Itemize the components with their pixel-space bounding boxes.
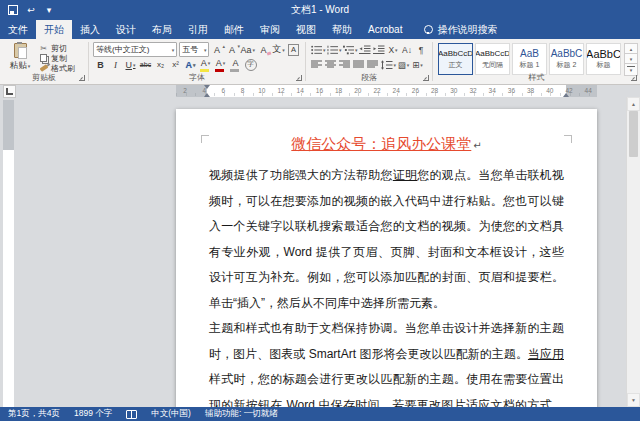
- cut-button[interactable]: ✂剪切: [37, 43, 77, 53]
- underline-button[interactable]: U: [124, 58, 138, 72]
- style-item-标题 2[interactable]: AaBbC标题 2: [549, 43, 584, 75]
- scroll-up-button[interactable]: ▲: [627, 97, 640, 111]
- show-formatting-marks-button[interactable]: ¶: [415, 43, 428, 57]
- style-item-正文[interactable]: AaBbCcD正文: [438, 43, 473, 75]
- strikethrough-button[interactable]: abc: [139, 58, 153, 72]
- underlined-text: 证明: [393, 168, 418, 182]
- first-line-indent-marker[interactable]: [204, 85, 210, 89]
- paste-button[interactable]: 粘贴: [5, 43, 35, 74]
- tab-文件[interactable]: 文件: [0, 20, 36, 39]
- ruler-number: 40: [544, 87, 556, 94]
- align-center-button[interactable]: [325, 58, 338, 72]
- character-shading-button[interactable]: A: [229, 56, 243, 73]
- enclose-characters-button[interactable]: 字: [244, 58, 258, 72]
- accessibility-status[interactable]: 辅助功能: 一切就绪: [205, 408, 278, 420]
- clipboard-dialog-launcher[interactable]: [79, 75, 85, 81]
- justify-icon: [353, 60, 365, 69]
- tab-邮件[interactable]: 邮件: [216, 20, 252, 39]
- text-highlight-button[interactable]: A: [199, 56, 213, 73]
- numbering-icon: [327, 45, 338, 55]
- document-page[interactable]: 微信公众号：追风办公课堂↵ 视频提供了功能强大的方法帮助您证明您的观点。当您单击…: [176, 109, 597, 407]
- font-name-combo[interactable]: 等线(中文正文): [93, 42, 177, 57]
- tab-设计[interactable]: 设计: [108, 20, 144, 39]
- tab-插入[interactable]: 插入: [72, 20, 108, 39]
- subscript-button[interactable]: x₂: [154, 58, 168, 72]
- line-spacing-button[interactable]: [381, 58, 397, 72]
- language-indicator[interactable]: 中文(中国): [151, 408, 191, 420]
- italic-button[interactable]: I: [109, 58, 123, 72]
- tab-开始[interactable]: 开始: [36, 20, 72, 39]
- decrease-indent-button[interactable]: [359, 43, 372, 57]
- tab-Acrobat[interactable]: Acrobat: [360, 20, 410, 39]
- styles-group: AaBbCcD正文AaBbCcD无间隔AaB标题 1AaBbC标题 2AaBbC…: [433, 39, 640, 84]
- style-name: 无间隔: [482, 60, 503, 70]
- align-right-button[interactable]: [339, 58, 352, 72]
- justify-button[interactable]: [353, 58, 366, 72]
- tab-布局[interactable]: 布局: [144, 20, 180, 39]
- asian-layout-button[interactable]: X: [387, 43, 400, 57]
- grow-font-button[interactable]: A: [210, 43, 224, 57]
- tab-审阅[interactable]: 审阅: [252, 20, 288, 39]
- font-size-combo[interactable]: 五号: [179, 42, 209, 57]
- scroll-down-button[interactable]: ▼: [627, 393, 640, 407]
- phonetic-guide-button[interactable]: 文: [272, 43, 286, 57]
- horizontal-ruler[interactable]: 2468101214161820222426283032343638404244: [176, 85, 597, 97]
- style-item-标题 1[interactable]: AaB标题 1: [512, 43, 547, 75]
- shading-button[interactable]: ▨: [397, 58, 410, 72]
- superscript-button[interactable]: x²: [169, 58, 183, 72]
- scissors-icon: ✂: [39, 44, 48, 53]
- vertical-scrollbar[interactable]: ▲ ▼: [626, 97, 640, 407]
- tell-me-box[interactable]: 操作说明搜索: [424, 20, 497, 39]
- ruler-number: 10: [256, 87, 268, 94]
- tab-引用[interactable]: 引用: [180, 20, 216, 39]
- multilevel-list-button[interactable]: [343, 43, 358, 57]
- paragraph-dialog-launcher[interactable]: [423, 75, 429, 81]
- style-item-标题[interactable]: AaBbC标题: [586, 43, 621, 75]
- clear-formatting-button[interactable]: A: [257, 43, 271, 57]
- document-title-text: 微信公众号：追风办公课堂: [291, 135, 471, 152]
- increase-indent-button[interactable]: [373, 43, 386, 57]
- ruler-number: 36: [505, 87, 517, 94]
- save-button[interactable]: [8, 4, 18, 16]
- bullets-button[interactable]: [311, 43, 326, 57]
- format-painter-icon: [39, 66, 48, 70]
- styles-gallery: AaBbCcD正文AaBbCcD无间隔AaB标题 1AaBbC标题 2AaBbC…: [438, 43, 623, 75]
- copy-button[interactable]: 复制: [37, 53, 77, 63]
- character-border-button[interactable]: A: [287, 43, 301, 57]
- style-preview: AaB: [520, 49, 539, 59]
- scrollbar-thumb[interactable]: [629, 111, 638, 157]
- ruler-number: 38: [525, 87, 537, 94]
- tab-视图[interactable]: 视图: [288, 20, 324, 39]
- document-canvas: 微信公众号：追风办公课堂↵ 视频提供了功能强大的方法帮助您证明您的观点。当您单击…: [0, 97, 640, 407]
- document-body: 视频提供了功能强大的方法帮助您证明您的观点。当您单击联机视频时，可以在想要添加的…: [209, 163, 564, 407]
- borders-button[interactable]: ⊞: [411, 58, 424, 72]
- tab-帮助[interactable]: 帮助: [324, 20, 360, 39]
- distribute-button[interactable]: [367, 58, 380, 72]
- numbering-button[interactable]: [327, 43, 342, 57]
- document-text-area[interactable]: 微信公众号：追风办公课堂↵ 视频提供了功能强大的方法帮助您证明您的观点。当您单击…: [209, 109, 564, 407]
- font-color-button[interactable]: A: [214, 56, 228, 73]
- ruler-number: 28: [429, 87, 441, 94]
- font-dialog-launcher[interactable]: [296, 75, 302, 81]
- word-count[interactable]: 1899 个字: [74, 408, 112, 420]
- bold-button[interactable]: B: [94, 58, 108, 72]
- format-painter-button[interactable]: 格式刷: [37, 63, 77, 73]
- styles-dialog-launcher[interactable]: [631, 75, 637, 81]
- change-case-button[interactable]: Aa: [240, 43, 256, 57]
- sort-button[interactable]: A↓: [401, 43, 414, 57]
- copy-icon: [39, 54, 48, 62]
- proofing-icon[interactable]: [126, 410, 137, 419]
- text-effects-button[interactable]: A: [184, 58, 198, 72]
- shrink-font-button[interactable]: A: [225, 43, 239, 57]
- paste-label: 粘贴: [10, 60, 31, 72]
- body-paragraph: 主题和样式也有助于文档保持协调。当您单击设计并选择新的主题时，图片、图表或 Sm…: [209, 316, 564, 407]
- ruler-number: 12: [275, 87, 287, 94]
- font-size-value: 五号: [182, 44, 198, 55]
- paragraph-row-2: ▨ ⊞: [306, 57, 432, 72]
- align-left-button[interactable]: [311, 58, 324, 72]
- style-item-无间隔[interactable]: AaBbCcD无间隔: [475, 43, 510, 75]
- qat-customize-button[interactable]: ▾: [44, 4, 54, 16]
- page-indicator[interactable]: 第1页，共4页: [8, 408, 60, 420]
- undo-button[interactable]: ↩: [26, 4, 36, 16]
- vertical-ruler[interactable]: [3, 100, 14, 407]
